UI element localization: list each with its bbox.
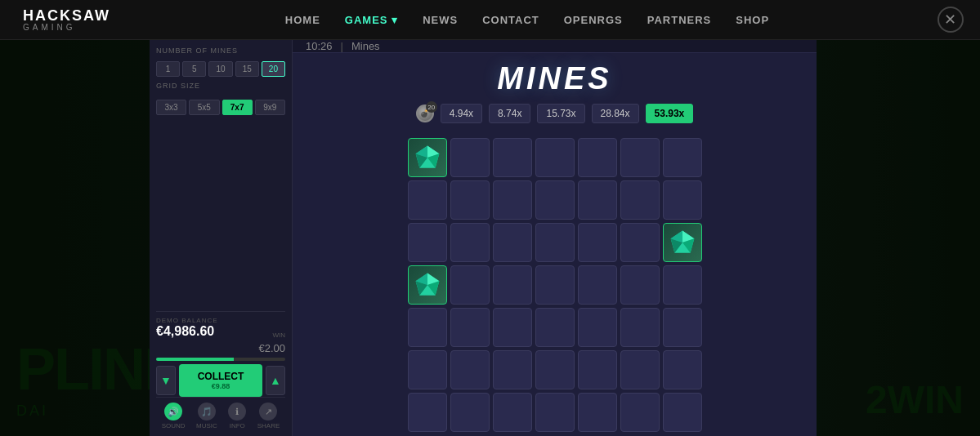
nav-link-games[interactable]: GAMES ▾ (345, 14, 398, 26)
mine-cell[interactable] (493, 138, 532, 177)
mine-cell[interactable] (493, 265, 532, 305)
demo-balance-value: €4,986.60 (156, 324, 218, 339)
mine-cell[interactable] (663, 350, 702, 389)
mines-count-btn-10[interactable]: 10 (208, 61, 232, 77)
nav-links: HOMEGAMES ▾NEWSCONTACTOPENRGSPARTNERSSHO… (285, 12, 769, 27)
mine-cell[interactable] (493, 223, 532, 262)
mine-cell[interactable] (450, 308, 490, 347)
mine-cell[interactable] (408, 393, 447, 432)
arrow-right-button[interactable]: ▲ (266, 366, 285, 395)
mine-cell[interactable] (408, 308, 447, 347)
mine-cell[interactable] (408, 180, 447, 220)
mine-cell[interactable] (493, 308, 532, 347)
grid-btn-5x5[interactable]: 5x5 (189, 100, 219, 115)
mines-count-btn-1[interactable]: 1 (156, 61, 180, 77)
navbar: HACKSAW GAMING HOMEGAMES ▾NEWSCONTACTOPE… (0, 0, 980, 40)
nav-item-contact[interactable]: CONTACT (482, 12, 539, 27)
nav-item-openrgs[interactable]: OPENRGS (564, 12, 623, 27)
logo-box: HACKSAW GAMING (16, 5, 117, 35)
mine-cell[interactable] (493, 393, 532, 432)
mine-cell[interactable] (663, 138, 702, 177)
mult-tag[interactable]: 15.73x (537, 104, 584, 123)
mines-count-btn-20[interactable]: 20 (262, 61, 285, 77)
mine-cell[interactable] (620, 350, 660, 389)
collect-btn-row: ▼ COLLECT €9.88 ▲ (156, 364, 285, 397)
mine-cell[interactable] (620, 308, 660, 347)
mine-count-icon: 💣 20 (416, 105, 434, 122)
mult-tag[interactable]: 28.84x (592, 104, 639, 123)
bottom-icon-info[interactable]: ℹINFO (228, 403, 246, 429)
mine-cell[interactable] (663, 180, 702, 220)
nav-link-shop[interactable]: SHOP (736, 14, 769, 26)
mine-cell[interactable] (663, 308, 702, 347)
mine-cell[interactable] (535, 393, 575, 432)
logo-gaming: GAMING (23, 23, 110, 32)
mine-cell[interactable] (450, 393, 490, 432)
game-area: 10:26 | Mines MINES 💣 20 4.94x8.74x15.73… (293, 40, 817, 436)
game-panel: NUMBER OF MINES 15101520 GRID SIZE 3x35x… (150, 40, 293, 436)
mine-cell[interactable] (450, 350, 490, 389)
mines-count-btn-15[interactable]: 15 (235, 61, 259, 77)
nav-link-contact[interactable]: CONTACT (482, 14, 539, 26)
mine-cell[interactable] (493, 180, 532, 220)
nav-item-partners[interactable]: PARTNERS (647, 12, 712, 27)
mine-cell[interactable] (408, 138, 447, 177)
bottom-icon-share[interactable]: ↗SHARE (257, 403, 280, 429)
mine-cell[interactable] (450, 265, 490, 305)
bottom-icon-sound[interactable]: 🔊SOUND (162, 403, 186, 429)
mine-cell[interactable] (450, 223, 490, 262)
mine-cell[interactable] (620, 223, 660, 262)
mine-cell[interactable] (620, 138, 660, 177)
mine-cell[interactable] (535, 223, 575, 262)
mine-cell[interactable] (535, 350, 575, 389)
bet-slider[interactable] (156, 358, 285, 361)
share-label: SHARE (257, 422, 280, 429)
mine-cell[interactable] (535, 138, 575, 177)
grid-btn-3x3[interactable]: 3x3 (156, 100, 186, 115)
mine-cell[interactable] (535, 265, 575, 305)
arrow-left-button[interactable]: ▼ (156, 366, 176, 395)
nav-item-shop[interactable]: SHOP (736, 12, 769, 27)
nav-link-openrgs[interactable]: OPENRGS (564, 14, 623, 26)
mine-cell[interactable] (535, 180, 575, 220)
mine-cell[interactable] (663, 223, 702, 262)
mine-cell[interactable] (578, 265, 617, 305)
nav-item-news[interactable]: NEWS (423, 12, 458, 27)
mine-cell[interactable] (578, 180, 617, 220)
mine-cell[interactable] (578, 393, 617, 432)
mine-cell[interactable] (408, 265, 447, 305)
mine-cell[interactable] (578, 308, 617, 347)
mines-count-btn-5[interactable]: 5 (182, 61, 206, 77)
multiplier-row: 💣 20 4.94x8.74x15.73x28.84x53.93x (293, 100, 817, 130)
nav-link-partners[interactable]: PARTNERS (647, 14, 712, 26)
mine-cell[interactable] (578, 223, 617, 262)
nav-link-home[interactable]: HOME (285, 14, 320, 26)
mine-cell[interactable] (663, 393, 702, 432)
grid-btn-9x9[interactable]: 9x9 (255, 100, 285, 115)
close-button[interactable]: ✕ (937, 7, 964, 33)
nav-item-games[interactable]: GAMES ▾ (345, 14, 398, 26)
mine-cell[interactable] (450, 138, 490, 177)
mine-cell[interactable] (620, 393, 660, 432)
mines-grid-container (293, 130, 817, 436)
mine-cell[interactable] (620, 265, 660, 305)
mult-tag[interactable]: 53.93x (646, 104, 694, 123)
mine-cell[interactable] (620, 180, 660, 220)
nav-item-home[interactable]: HOME (285, 12, 320, 27)
collect-button[interactable]: COLLECT €9.88 (179, 364, 262, 397)
mine-cell[interactable] (535, 308, 575, 347)
mine-cell[interactable] (578, 350, 617, 389)
grid-btn-7x7[interactable]: 7x7 (222, 100, 253, 115)
mine-cell[interactable] (408, 223, 447, 262)
mult-tag[interactable]: 8.74x (489, 104, 530, 123)
mine-cell[interactable] (450, 180, 490, 220)
mines-grid (408, 138, 702, 432)
mine-cell[interactable] (578, 138, 617, 177)
mult-tag[interactable]: 4.94x (441, 104, 482, 123)
bottom-icon-music[interactable]: 🎵MUSIC (196, 403, 217, 429)
game-topbar: 10:26 | Mines (293, 40, 817, 53)
mine-cell[interactable] (408, 350, 447, 389)
mine-cell[interactable] (493, 350, 532, 389)
nav-link-news[interactable]: NEWS (423, 14, 458, 26)
mine-cell[interactable] (663, 265, 702, 305)
